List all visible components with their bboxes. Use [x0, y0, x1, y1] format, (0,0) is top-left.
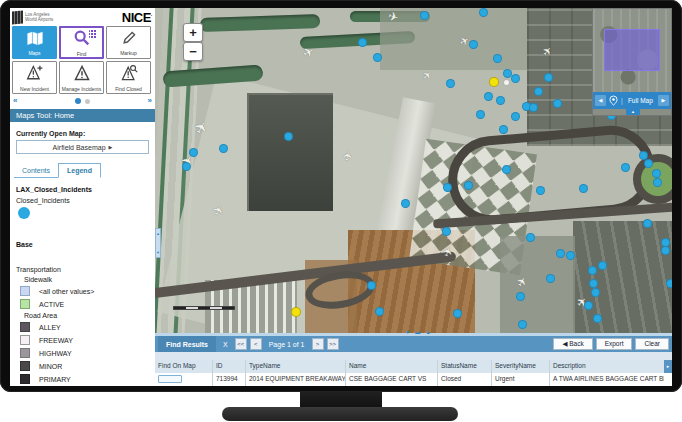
closed-incident-dot[interactable]: [591, 288, 600, 297]
column-header-find-on-map[interactable]: Find On Map: [155, 360, 213, 373]
export-button[interactable]: Export: [596, 338, 633, 350]
closed-incident-dot[interactable]: [593, 314, 602, 323]
closed-incident-dot[interactable]: [661, 246, 670, 255]
closed-incident-dot[interactable]: [644, 159, 653, 168]
closed-incident-dot[interactable]: [639, 151, 648, 160]
first-page-button[interactable]: <<: [235, 338, 247, 350]
closed-incident-dot[interactable]: [511, 74, 520, 83]
closed-incident-dot[interactable]: [484, 92, 493, 101]
closed-incident-dot[interactable]: [420, 11, 429, 20]
map-canvas[interactable]: ✈✈✈✈✈✈✈✈✈✈✈✈ + − ▲ ▼ ◀ | Full Map ▶ ▲ ▼ …: [155, 8, 672, 336]
minimap-prev-button[interactable]: ◀: [595, 95, 606, 106]
closed-incident-dot[interactable]: [479, 8, 488, 17]
tab-legend[interactable]: Legend: [58, 163, 101, 178]
minimap-collapse-button[interactable]: ▲: [626, 109, 640, 115]
manage-incidents-button[interactable]: Manage Incidents: [59, 61, 104, 94]
closed-incident-dot[interactable]: [643, 219, 652, 228]
closed-incident-dot[interactable]: [453, 309, 462, 318]
carousel-dot[interactable]: [85, 99, 90, 104]
closed-incident-dot[interactable]: [358, 38, 367, 47]
closed-incident-dot[interactable]: [584, 301, 593, 310]
last-page-button[interactable]: >>: [327, 338, 339, 350]
closed-incident-dot[interactable]: [589, 279, 598, 288]
closed-incident-dot[interactable]: [666, 279, 673, 288]
closed-incident-dot[interactable]: [499, 125, 508, 134]
closed-incident-dot[interactable]: [493, 54, 502, 63]
minimap-extent-box[interactable]: [604, 29, 660, 71]
closed-incident-dot[interactable]: [566, 251, 575, 260]
find-on-map-button[interactable]: [158, 375, 182, 383]
white-incident-dot[interactable]: [503, 79, 510, 86]
closed-incident-dot[interactable]: [553, 99, 562, 108]
closed-incident-dot[interactable]: [476, 110, 485, 119]
closed-incident-dot[interactable]: [464, 181, 473, 190]
carousel-prev-icon[interactable]: «: [13, 97, 17, 105]
closed-incident-dot[interactable]: [496, 96, 505, 105]
closed-incident-dot[interactable]: [529, 103, 538, 112]
yellow-incident-dot[interactable]: [489, 77, 499, 87]
closed-incident-dot[interactable]: [516, 292, 525, 301]
back-button[interactable]: ◀ Back: [553, 338, 592, 350]
find-closed-button[interactable]: Find Closed: [106, 61, 151, 94]
closed-incident-dot[interactable]: [518, 320, 527, 329]
minimap-next-button[interactable]: ▶: [658, 95, 669, 106]
prev-page-button[interactable]: <: [250, 338, 262, 350]
carousel-next-icon[interactable]: »: [148, 97, 152, 105]
closed-incident-dot[interactable]: [534, 87, 543, 96]
closed-incident-dot[interactable]: [284, 132, 293, 141]
sidebar-collapse-handle[interactable]: ▲ ▼: [155, 228, 161, 258]
zoom-out-button[interactable]: −: [183, 42, 203, 61]
closed-incident-dot[interactable]: [182, 162, 191, 171]
zoom-in-button[interactable]: +: [183, 23, 203, 42]
closed-incident-dot[interactable]: [556, 249, 565, 258]
maps-button[interactable]: Maps: [12, 26, 57, 59]
column-header-severityname[interactable]: SeverityName: [492, 360, 550, 373]
closed-incident-dot[interactable]: [544, 73, 553, 82]
closed-incident-dot[interactable]: [375, 307, 384, 316]
carousel-dot-active[interactable]: [75, 98, 81, 104]
tab-contents[interactable]: Contents: [14, 164, 58, 178]
closed-incident-dot[interactable]: [189, 148, 198, 157]
closed-incident-dot[interactable]: [588, 266, 597, 275]
closed-incident-dot[interactable]: [442, 227, 451, 236]
closed-incident-dot[interactable]: [653, 178, 662, 187]
new-incident-button[interactable]: New Incident: [12, 61, 57, 94]
closed-incident-dot[interactable]: [469, 40, 478, 49]
closed-incident-dot[interactable]: [511, 112, 520, 121]
closed-incident-dot[interactable]: [598, 261, 607, 270]
next-page-button[interactable]: >: [312, 338, 324, 350]
column-header-description[interactable]: Description: [550, 360, 664, 373]
yellow-incident-dot[interactable]: [291, 307, 301, 317]
table-scrollbar[interactable]: ▸: [664, 360, 672, 373]
location-pin-icon[interactable]: [609, 95, 618, 106]
closed-incident-dot[interactable]: [503, 69, 512, 78]
closed-incident-dot[interactable]: [443, 183, 452, 192]
markup-button[interactable]: Markup: [106, 26, 151, 59]
closed-incident-dot[interactable]: [373, 53, 382, 62]
column-header-id[interactable]: ID: [213, 360, 246, 373]
closed-incident-dot[interactable]: [652, 169, 661, 178]
closed-incident-dot[interactable]: [526, 233, 535, 242]
column-header-typename[interactable]: TypeName: [246, 360, 346, 373]
results-panel-resize-handle[interactable]: ▼ ▬ ▲: [405, 330, 433, 335]
column-header-name[interactable]: Name: [346, 360, 438, 373]
legend-swatch-row: MINOR: [20, 361, 155, 371]
find-button[interactable]: Find: [59, 26, 104, 59]
sidebar: Los AngelesWorld Airports NICE· MapsFind…: [10, 8, 155, 386]
closed-incident-dot[interactable]: [579, 184, 588, 193]
column-header-statusname[interactable]: StatusName: [438, 360, 492, 373]
closed-incident-dot[interactable]: [367, 281, 376, 290]
closed-incident-dot[interactable]: [446, 79, 455, 88]
clear-button[interactable]: Clear: [635, 338, 669, 350]
closed-incident-dot[interactable]: [621, 163, 630, 172]
closed-incident-dot[interactable]: [546, 274, 555, 283]
close-results-button[interactable]: X: [219, 341, 232, 348]
full-map-button[interactable]: Full Map: [626, 97, 655, 104]
closed-incident-dot[interactable]: [219, 144, 228, 153]
closed-incident-dot[interactable]: [536, 186, 545, 195]
closed-incident-dot[interactable]: [502, 165, 511, 174]
overview-minimap[interactable]: ◀ | Full Map ▶ ▲: [592, 8, 672, 116]
table-row[interactable]: 7139942014 EQUIPMENT BREAKAWAYCSE BAGGAG…: [155, 373, 672, 386]
map-selector[interactable]: Airfield Basemap▶: [16, 140, 149, 154]
closed-incident-dot[interactable]: [401, 199, 410, 208]
